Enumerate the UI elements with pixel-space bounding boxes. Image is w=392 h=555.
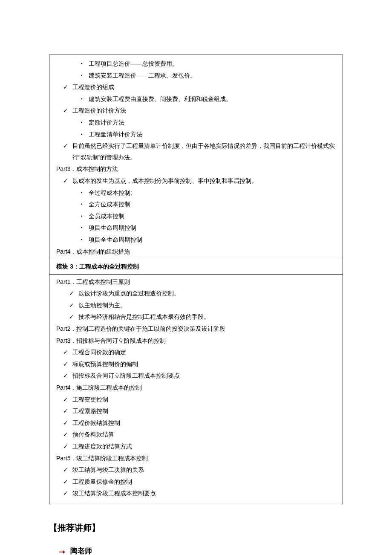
list-item: 全过程成本控制;	[54, 187, 338, 199]
lecturer-block: 陶老师	[49, 544, 343, 555]
check-icon: ✓	[69, 311, 78, 323]
list-item: 工程项目总造价——总投资费用。	[54, 58, 338, 69]
list-text: 项目全生命周期控制	[89, 234, 142, 246]
module-header: 模块 3：工程成本的全过程控制	[54, 261, 338, 272]
list-text: 建筑安装工程造价——工程承、发包价。	[89, 70, 196, 81]
list-item: ✓ 工程变更控制	[54, 394, 338, 405]
check-icon: ✓	[63, 140, 72, 152]
list-item: 建筑安装工程造价——工程承、发包价。	[54, 70, 338, 81]
list-item: 定额计价方法	[54, 117, 338, 128]
list-item: ✓ 以主动控制为主。	[54, 300, 338, 311]
check-icon: ✓	[63, 405, 72, 417]
list-item: 工程量清单计价方法	[54, 129, 338, 140]
list-item: ✓ 技术与经济相结合是控制工程成本最有效的手段。	[54, 311, 338, 323]
list-text: 工程变更控制	[72, 394, 108, 405]
list-item: ✓ 竣工结算阶段工程成本控制要点	[54, 488, 338, 499]
list-item: ✓ 以成本的发生为基点，成本控制分为事前控制、事中控制和事后控制。	[54, 175, 338, 187]
square-bullet-icon	[79, 211, 89, 222]
document-page: 工程项目总造价——总投资费用。 建筑安装工程造价——工程承、发包价。 ✓ 工程造…	[0, 0, 392, 555]
list-item: 项目生命周期控制	[54, 222, 338, 234]
list-item: ✓ 目前虽然已经实行了工程量清单计价制度，但由于各地实际情况的差异，我国目前的工…	[54, 140, 338, 163]
part-heading: Part5．竣工结算阶段工程成本控制	[54, 453, 338, 464]
list-item: ✓ 工程质量保修金的控制	[54, 476, 338, 488]
list-item: ✓ 标底或预算控制价的编制	[54, 358, 338, 370]
part-text: Part1．工程成本控制三原则	[56, 276, 130, 288]
square-bullet-icon	[79, 234, 89, 246]
check-icon: ✓	[69, 288, 78, 299]
square-bullet-icon	[79, 199, 89, 210]
list-text: 预付备料款结算	[72, 429, 114, 440]
check-icon: ✓	[63, 81, 72, 93]
list-item: ✓ 竣工结算与竣工决算的关系	[54, 464, 338, 476]
list-text: 工程价款结算控制	[72, 417, 120, 429]
list-text: 工程量清单计价方法	[89, 129, 142, 140]
list-item: ✓ 预付备料款结算	[54, 429, 338, 440]
check-icon: ✓	[63, 347, 72, 358]
list-text: 以设计阶段为重点的全过程造价控制。	[78, 288, 180, 299]
list-text: 工程合同价款的确定	[72, 347, 126, 358]
check-icon: ✓	[69, 300, 78, 311]
list-text: 工程造价的组成	[72, 81, 114, 93]
list-item: ✓ 工程造价的组成	[54, 81, 338, 93]
list-item: ✓ 工程价款结算控制	[54, 417, 338, 429]
list-text: 全员成本控制	[89, 211, 124, 222]
list-item: ✓ 工程造价的计价方法	[54, 105, 338, 116]
part-text: Part4．施工阶段工程成本的控制	[56, 382, 142, 393]
check-icon: ✓	[63, 476, 72, 488]
part-heading: Part4．施工阶段工程成本的控制	[54, 382, 338, 393]
part-text: Part4．成本控制的组织措施	[56, 246, 130, 257]
part-text: Part2．控制工程造价的关键在于施工以前的投资决策及设计阶段	[56, 323, 225, 335]
check-icon: ✓	[63, 464, 72, 476]
check-icon: ✓	[63, 441, 72, 452]
list-text: 技术与经济相结合是控制工程成本最有效的手段。	[78, 311, 210, 323]
list-item: 全方位成本控制	[54, 199, 338, 210]
list-text: 目前虽然已经实行了工程量清单计价制度，但由于各地实际情况的差异，我国目前的工程计…	[72, 140, 338, 163]
list-item: ✓ 招投标及合同订立阶段工程成本控制要点	[54, 370, 338, 382]
list-item: ✓ 工程进度款的结算方式	[54, 441, 338, 452]
content-box: 工程项目总造价——总投资费用。 建筑安装工程造价——工程承、发包价。 ✓ 工程造…	[49, 55, 343, 504]
list-text: 工程质量保修金的控制	[72, 476, 132, 488]
list-item: 建筑安装工程费由直接费、间接费、利润和税金组成。	[54, 93, 338, 105]
square-bullet-icon	[79, 58, 89, 69]
square-bullet-icon	[79, 222, 89, 234]
list-text: 以成本的发生为基点，成本控制分为事前控制、事中控制和事后控制。	[72, 175, 257, 187]
module-header-text: 模块 3：工程成本的全过程控制	[56, 261, 139, 272]
check-icon: ✓	[63, 417, 72, 429]
list-item: 全员成本控制	[54, 211, 338, 222]
part-heading: Part3．成本控制的方法	[54, 163, 338, 175]
check-icon: ✓	[63, 370, 72, 382]
check-icon: ✓	[63, 488, 72, 499]
square-bullet-icon	[79, 93, 89, 105]
list-text: 工程项目总造价——总投资费用。	[89, 58, 178, 69]
list-text: 以主动控制为主。	[78, 300, 126, 311]
section-title-text: 【推荐讲师】	[49, 523, 100, 532]
list-text: 工程进度款的结算方式	[72, 441, 132, 452]
list-text: 工程索赔控制	[72, 405, 108, 417]
svg-marker-0	[59, 550, 65, 554]
list-text: 项目生命周期控制	[89, 222, 136, 234]
part-text: Part3．招投标与合同订立阶段成本的控制	[56, 335, 166, 347]
list-item: ✓ 以设计阶段为重点的全过程造价控制。	[54, 288, 338, 299]
list-text: 竣工结算阶段工程成本控制要点	[72, 488, 156, 499]
part-heading: Part3．招投标与合同订立阶段成本的控制	[54, 335, 338, 347]
check-icon: ✓	[63, 105, 72, 116]
square-bullet-icon	[79, 187, 89, 199]
part-text: Part3．成本控制的方法	[56, 163, 118, 175]
check-icon: ✓	[63, 429, 72, 440]
list-text: 竣工结算与竣工决算的关系	[72, 464, 144, 476]
part-heading: Part1．工程成本控制三原则	[54, 276, 338, 288]
square-bullet-icon	[79, 117, 89, 128]
check-icon: ✓	[63, 175, 72, 187]
arrow-right-icon	[59, 546, 69, 555]
list-item: 项目全生命周期控制	[54, 234, 338, 246]
list-text: 全方位成本控制	[89, 199, 130, 210]
check-icon: ✓	[63, 358, 72, 370]
list-item: ✓ 工程合同价款的确定	[54, 347, 338, 358]
check-icon: ✓	[63, 394, 72, 405]
list-text: 标底或预算控制价的编制	[72, 358, 138, 370]
list-item: ✓ 工程索赔控制	[54, 405, 338, 417]
square-bullet-icon	[79, 129, 89, 140]
list-text: 定额计价方法	[89, 117, 124, 128]
part-heading: Part2．控制工程造价的关键在于施工以前的投资决策及设计阶段	[54, 323, 338, 335]
list-text: 建筑安装工程费由直接费、间接费、利润和税金组成。	[89, 93, 232, 105]
